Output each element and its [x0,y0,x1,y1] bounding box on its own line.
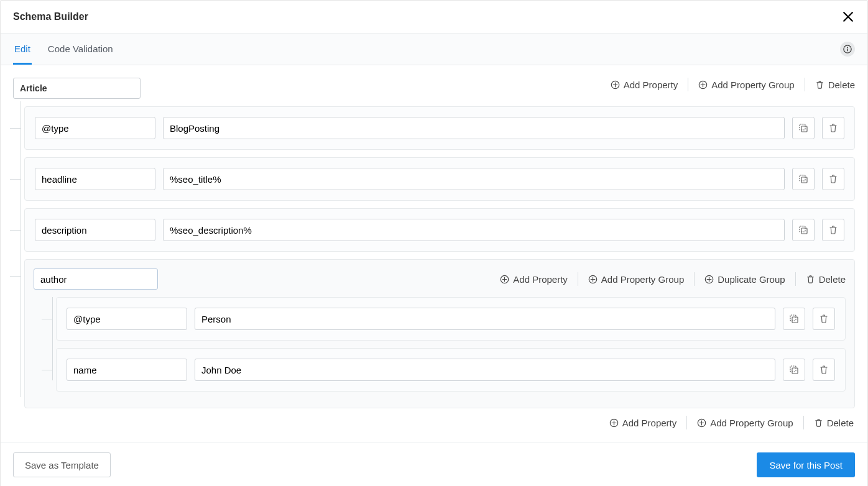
separator [795,272,796,286]
modal-body: Add Property Add Property Group Delete [1,65,867,442]
bottom-add-property-group-label: Add Property Group [710,418,793,428]
plus-circle-icon [704,275,714,284]
root-branch: Add Property Add Property Group Duplicat… [24,106,855,408]
copy-icon [789,365,799,375]
plus-circle-icon [588,275,598,284]
delete-property-button[interactable] [822,219,844,241]
property-key-input[interactable] [35,117,155,139]
property-value-input[interactable] [163,168,785,190]
schema-tree: Add Property Add Property Group Duplicat… [13,106,855,408]
property-row [24,208,855,252]
delete-property-button[interactable] [813,308,835,330]
property-row [24,157,855,201]
tabs: Edit Code Validation [13,34,114,65]
tab-code-validation[interactable]: Code Validation [47,34,114,65]
property-value-input[interactable] [163,117,785,139]
copy-icon [789,314,799,324]
property-key-input[interactable] [67,308,187,330]
separator [694,272,695,286]
save-for-this-post-button[interactable]: Save for this Post [757,452,855,477]
trash-icon [815,80,824,89]
schema-builder-modal: Schema Builder Edit Code Validation Add … [0,0,868,486]
plus-circle-icon [698,80,708,89]
duplicate-property-button[interactable] [792,168,815,190]
trash-icon [828,174,838,184]
property-value-input[interactable] [195,308,775,330]
add-property-group-button[interactable]: Add Property Group [698,78,794,91]
separator [688,78,688,91]
bottom-delete-label: Delete [827,418,854,428]
property-key-input[interactable] [67,359,187,381]
copy-icon [798,123,808,133]
copy-icon [798,174,808,184]
plus-circle-icon [500,275,509,284]
group-add-property-button[interactable]: Add Property [500,273,568,286]
root-actions: Add Property Add Property Group Delete [611,78,855,91]
duplicate-group-button[interactable]: Duplicate Group [704,273,785,286]
property-row [24,106,855,150]
tab-edit[interactable]: Edit [13,34,32,65]
bottom-actions: Add Property Add Property Group Delete [13,416,854,429]
group-add-property-group-label: Add Property Group [601,274,684,285]
property-row [56,348,846,392]
property-value-input[interactable] [195,359,775,381]
group-add-property-group-button[interactable]: Add Property Group [588,273,684,286]
separator [578,272,578,286]
modal-title: Schema Builder [13,11,88,22]
property-row [56,297,846,341]
titlebar: Schema Builder [1,1,867,34]
separator [686,416,687,429]
duplicate-property-button[interactable] [792,219,815,241]
property-value-input[interactable] [163,219,785,241]
trash-icon [828,225,838,235]
property-key-input[interactable] [35,168,155,190]
plus-circle-icon [697,418,706,428]
group-add-property-label: Add Property [513,274,568,285]
trash-icon [819,365,829,375]
trash-icon [828,123,838,133]
info-icon [843,45,852,53]
group-header: Add Property Add Property Group Duplicat… [34,268,846,290]
bottom-add-property-group-button[interactable]: Add Property Group [697,416,793,429]
footer: Save as Template Save for this Post [1,442,867,486]
close-icon [843,11,854,22]
schema-root-row: Add Property Add Property Group Delete [13,78,855,99]
group-key-input[interactable] [34,268,158,290]
trash-icon [806,275,815,284]
delete-property-button[interactable] [813,359,835,381]
bottom-add-property-label: Add Property [622,418,677,428]
separator [803,416,804,429]
plus-circle-icon [611,80,620,89]
bottom-delete-button[interactable]: Delete [814,416,854,429]
property-group: Add Property Add Property Group Duplicat… [24,259,855,408]
delete-property-button[interactable] [822,117,844,139]
duplicate-property-button[interactable] [792,117,815,139]
property-key-input[interactable] [35,219,155,241]
duplicate-group-label: Duplicate Group [718,274,785,285]
plus-circle-icon [609,418,619,428]
group-delete-button[interactable]: Delete [806,273,846,286]
tabs-row: Edit Code Validation [1,34,867,65]
delete-label: Delete [828,80,855,90]
group-branch [56,297,846,392]
duplicate-property-button[interactable] [783,359,805,381]
trash-icon [819,314,829,324]
separator [805,78,805,91]
close-button[interactable] [841,10,855,24]
group-delete-label: Delete [819,274,846,285]
duplicate-property-button[interactable] [783,308,805,330]
delete-button[interactable]: Delete [815,78,855,91]
schema-root-input[interactable] [13,78,141,99]
bottom-add-property-button[interactable]: Add Property [609,416,677,429]
info-button[interactable] [840,42,855,57]
copy-icon [798,225,808,235]
group-actions: Add Property Add Property Group Duplicat… [500,272,846,286]
add-property-group-label: Add Property Group [711,80,794,90]
delete-property-button[interactable] [822,168,844,190]
group-children [45,297,846,392]
trash-icon [814,418,823,428]
add-property-label: Add Property [624,80,678,90]
save-as-template-button[interactable]: Save as Template [13,452,111,477]
add-property-button[interactable]: Add Property [611,78,678,91]
